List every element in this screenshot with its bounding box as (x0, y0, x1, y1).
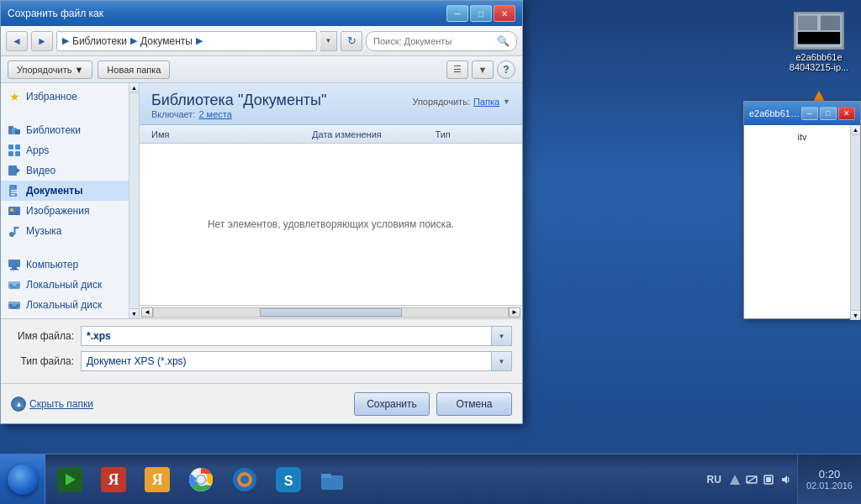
bg-window-minimize[interactable]: ─ (801, 107, 818, 120)
clock-area[interactable]: 0:20 02.01.2016 (797, 454, 861, 505)
hscroll-left-btn[interactable]: ◄ (141, 307, 153, 318)
clock-time: 0:20 (819, 468, 840, 480)
filetype-dropdown[interactable]: ▼ (492, 351, 512, 371)
cancel-button[interactable]: Отмена (436, 392, 512, 416)
libraries-label: Библиотеки (26, 124, 81, 136)
taskbar-app-skype[interactable]: S (267, 458, 309, 501)
bg-window-maximize[interactable]: □ (820, 107, 837, 120)
computer-icon (8, 258, 21, 271)
svg-rect-58 (321, 474, 331, 478)
dialog-minimize-btn[interactable]: ─ (446, 5, 468, 22)
h-scrollbar[interactable]: ◄ ► (140, 305, 522, 318)
hscroll-right-btn[interactable]: ► (509, 307, 520, 318)
hscroll-thumb[interactable] (260, 308, 401, 317)
col-type[interactable]: Тип (430, 129, 515, 139)
refresh-button[interactable]: ↻ (341, 31, 362, 51)
tray-area: RU (699, 454, 797, 505)
desktop-icon-thumbnail[interactable]: e2a6bb61e 84043215-ip... (785, 8, 853, 76)
sidebar-item-apps[interactable]: Apps (1, 140, 129, 160)
sidebar-item-documents[interactable]: Документы (1, 181, 129, 201)
bg-window-scrollbar[interactable]: ▲ ▼ (850, 125, 860, 320)
libraries-icon (8, 123, 21, 137)
tray-icon-2[interactable] (745, 473, 758, 486)
computer-label: Компьютер (26, 259, 78, 270)
filetype-row: Тип файла: ▼ (11, 351, 512, 371)
local-c-icon (8, 278, 21, 291)
locations-link[interactable]: 2 места (198, 109, 231, 119)
sidebar-item-video[interactable]: Видео (1, 160, 129, 181)
sidebar-item-libraries[interactable]: Библиотеки (1, 120, 129, 140)
path-end-arrow: ▶ (196, 35, 203, 46)
bg-window-close[interactable]: ✕ (838, 107, 855, 120)
library-title: Библиотека "Документы" (151, 92, 326, 109)
sidebar-section-computer: Компьютер Локальный диск Л (1, 251, 129, 318)
filename-dropdown[interactable]: ▼ (492, 326, 512, 346)
svg-rect-16 (8, 151, 13, 156)
sidebar-item-images[interactable]: Изображения (1, 201, 129, 221)
svg-rect-31 (14, 227, 19, 228)
includes-label: Включает: (151, 109, 195, 119)
sidebar-item-music[interactable]: Музыка (1, 221, 129, 241)
sidebar-item-computer[interactable]: Компьютер (1, 255, 129, 275)
svg-rect-4 (798, 32, 840, 45)
taskbar-app-yandex[interactable]: Я (92, 458, 135, 501)
filetype-input[interactable] (81, 351, 492, 371)
sort-label: Упорядочить: (412, 97, 470, 107)
favorites-label: Избранное (26, 91, 77, 102)
tray-icon-1[interactable] (728, 473, 742, 486)
hscroll-track[interactable] (153, 307, 509, 318)
svg-rect-32 (8, 260, 20, 267)
path-dropdown-btn[interactable]: ▼ (320, 31, 337, 51)
new-folder-button[interactable]: Новая папка (98, 60, 170, 79)
search-input[interactable] (373, 36, 494, 46)
tray-icon-3[interactable] (762, 473, 775, 486)
svg-rect-2 (798, 16, 817, 30)
sidebar-item-favorites[interactable]: ★ Избранное (1, 87, 129, 107)
filename-input-wrapper: ▼ (81, 326, 512, 346)
taskbar-app-chrome[interactable] (180, 458, 222, 501)
help-button[interactable]: ? (497, 60, 515, 79)
dialog-title-controls: ─ □ ✕ (446, 5, 515, 22)
forward-button[interactable]: ► (31, 31, 53, 51)
sidebar-scrollbar[interactable]: ▲ ▼ (129, 83, 139, 318)
sidebar-scroll-up[interactable]: ▲ (129, 83, 139, 93)
action-buttons: Сохранить Отмена (354, 392, 512, 416)
music-icon (8, 224, 21, 238)
media-icon (57, 467, 82, 492)
taskbar-app-media[interactable] (49, 458, 91, 501)
col-name[interactable]: Имя (146, 129, 307, 139)
sort-value[interactable]: Папка (473, 97, 499, 107)
sidebar-item-local-d[interactable]: Локальный диск (1, 295, 129, 315)
taskbar-app-firefox[interactable] (224, 458, 266, 501)
taskbar-app-yandex-browser[interactable]: Я (136, 458, 178, 501)
taskbar-app-folder[interactable] (311, 458, 353, 501)
scrollbar-down[interactable]: ▼ (851, 310, 860, 320)
back-button[interactable]: ◄ (6, 31, 28, 51)
start-button[interactable] (0, 454, 45, 505)
view-toggle-btn[interactable]: ☰ (446, 60, 468, 79)
filename-input[interactable] (81, 326, 492, 346)
sidebar-content: ★ Избранное Библиотеки (1, 83, 129, 318)
dialog-close-btn[interactable]: ✕ (494, 5, 515, 22)
view-icon: ☰ (453, 64, 462, 75)
view-dropdown-btn[interactable]: ▼ (472, 60, 494, 79)
yandex-browser-icon: Я (145, 467, 170, 492)
tray-icon-volume[interactable] (779, 473, 792, 486)
path-bar[interactable]: ▶ Библиотеки ▶ Документы ▶ (56, 31, 317, 51)
dialog-maximize-btn[interactable]: □ (470, 5, 492, 22)
sidebar-item-local-c[interactable]: Локальный диск (1, 275, 129, 295)
arrange-button[interactable]: Упорядочить ▼ (8, 60, 92, 79)
col-date[interactable]: Дата изменения (307, 129, 430, 139)
hide-folders-button[interactable]: ▴ Скрыть папки (11, 396, 93, 412)
video-icon (8, 164, 21, 177)
save-button[interactable]: Сохранить (354, 392, 430, 416)
hide-folders-icon: ▴ (11, 396, 26, 412)
svg-marker-19 (17, 168, 20, 173)
scrollbar-up[interactable]: ▲ (851, 125, 860, 135)
svg-rect-15 (15, 144, 20, 150)
svg-rect-24 (11, 192, 18, 194)
search-bar[interactable]: 🔍 (366, 31, 517, 51)
bg-window: e2a6bb61e 84043215-ip... ─ □ ✕ itv ▲ ▼ (743, 101, 861, 319)
sidebar-scroll-down[interactable]: ▼ (129, 308, 139, 318)
documents-label: Документы (26, 185, 82, 197)
